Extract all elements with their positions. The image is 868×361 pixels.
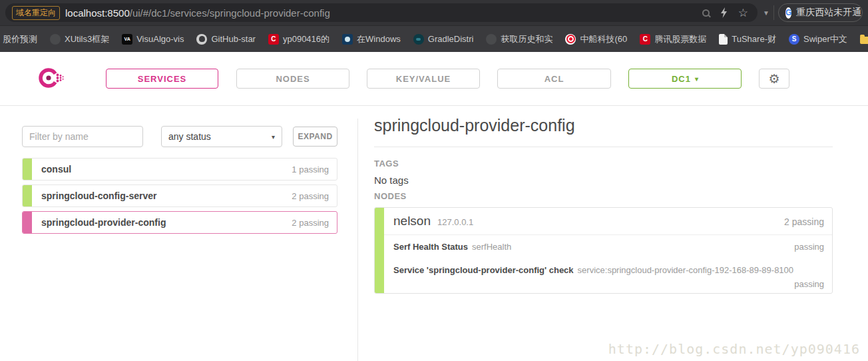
windows-app-icon <box>342 34 353 45</box>
node-card[interactable]: nelson 127.0.0.1 2 passing Serf Health S… <box>374 207 833 294</box>
service-detail: springcloud-provider-config TAGS No tags… <box>374 116 833 294</box>
gradle-icon <box>413 34 424 45</box>
tab-acl[interactable]: ACL <box>497 69 611 89</box>
swiper-icon: S <box>789 34 799 45</box>
page-title: springcloud-provider-config <box>374 116 833 135</box>
service-list: consul 1 passing springcloud-config-serv… <box>22 158 337 234</box>
filter-input[interactable] <box>22 126 143 147</box>
node-name: nelson <box>393 214 431 228</box>
service-item-springcloud-provider-config[interactable]: springcloud-provider-config 2 passing <box>22 211 337 234</box>
service-name: consul <box>41 164 71 175</box>
csdn-icon: C <box>268 34 279 45</box>
bookmark[interactable]: GradleDistri <box>413 34 474 45</box>
status-bar <box>23 212 32 233</box>
status-bar <box>23 185 32 206</box>
weibo-icon <box>565 34 576 45</box>
bookmark-label: VisuAlgo-vis <box>136 34 184 44</box>
url-host: localhost:8500 <box>65 7 130 19</box>
title-divider <box>374 147 833 147</box>
bookmark[interactable]: webpack <box>860 34 868 44</box>
node-status-bar <box>375 208 384 293</box>
datacenter-selector[interactable]: DC1▾ <box>628 69 742 89</box>
chevron-down-icon: ▾ <box>695 75 698 83</box>
check-name: Service 'springcloud-provider-config' ch… <box>393 265 574 275</box>
dropdown-icon[interactable]: ▼ <box>763 9 769 17</box>
check-id: serfHealth <box>472 242 511 252</box>
bookmark-label: Swiper中文 <box>803 33 847 45</box>
bookmark-label: yp090416的 <box>283 33 329 45</box>
datacenter-label: DC1 <box>672 74 691 84</box>
tags-value: No tags <box>374 175 833 186</box>
domain-redirect-badge[interactable]: 域名重定向 <box>12 6 60 20</box>
consul-logo-icon <box>37 64 65 95</box>
node-ip: 127.0.0.1 <box>437 217 473 227</box>
watermark: http://blog.csdn.net/yp090416 <box>608 341 860 357</box>
bookmark-label: GradleDistri <box>428 34 474 44</box>
chip-label: 重庆西站未开通 <box>796 7 861 19</box>
select-caret-icon: ▾ <box>272 133 275 141</box>
node-status: 2 passing <box>784 216 824 227</box>
bookmark-label: GitHub-star <box>211 34 255 44</box>
pin-icon <box>50 34 61 45</box>
browser-tab-chip[interactable]: G 重庆西站未开通 <box>778 3 863 22</box>
url-text[interactable]: localhost:8500/ui/#/dc1/services/springc… <box>65 7 697 19</box>
check-name: Serf Health Status <box>393 242 468 252</box>
bookmark[interactable]: 股价预测 <box>3 33 37 45</box>
service-item-consul[interactable]: consul 1 passing <box>22 158 337 180</box>
status-filter-select[interactable]: any status ▾ <box>161 126 282 147</box>
expand-button[interactable]: EXPAND <box>293 127 337 147</box>
bookmark[interactable]: C腾讯股票数据 <box>640 33 706 45</box>
bookmark[interactable]: Cyp090416的 <box>268 33 329 45</box>
bookmark-label: TuShare-财 <box>732 33 776 45</box>
bookmark[interactable]: XUtils3框架 <box>50 33 109 45</box>
service-check-count: 2 passing <box>292 218 329 228</box>
bookmark[interactable]: SSwiper中文 <box>789 33 847 45</box>
bookmark[interactable]: 中船科技(60 <box>565 33 627 45</box>
browser-toolbar: 域名重定向 localhost:8500/ui/#/dc1/services/s… <box>0 0 868 25</box>
bookmark-star-icon[interactable]: ☆ <box>738 7 748 19</box>
consul-app: SERVICES NODES KEY/VALUE ACL DC1▾ ⚙ any … <box>0 52 868 361</box>
services-sidebar: any status ▾ EXPAND consul 1 passing spr… <box>22 126 337 238</box>
status-bar <box>23 159 32 180</box>
service-item-springcloud-config-server[interactable]: springcloud-config-server 2 passing <box>22 184 337 207</box>
service-name: springcloud-config-server <box>41 190 156 201</box>
bookmark-label: 获取历史和实 <box>501 33 552 45</box>
header-divider <box>0 105 868 106</box>
folder-icon <box>860 37 868 44</box>
github-icon <box>196 34 207 45</box>
health-check-row: Serf Health Status serfHealth passing <box>375 235 832 258</box>
zoom-icon[interactable] <box>702 9 710 17</box>
nodes-section-label: NODES <box>374 191 833 201</box>
visualgo-icon: VA <box>122 34 132 45</box>
bookmark[interactable]: TuShare-财 <box>719 33 776 45</box>
bookmark[interactable]: 获取历史和实 <box>486 33 552 45</box>
tab-services[interactable]: SERVICES <box>106 69 218 89</box>
bookmark-label: 股价预测 <box>3 33 37 45</box>
bookmark-label: 在Windows <box>357 33 401 45</box>
tab-nodes[interactable]: NODES <box>236 69 349 89</box>
service-check-count: 2 passing <box>292 191 329 201</box>
node-header: nelson 127.0.0.1 2 passing <box>375 208 832 235</box>
tags-section-label: TAGS <box>374 159 833 169</box>
check-status: passing <box>794 242 824 252</box>
url-path: /ui/#/dc1/services/springcloud-provider-… <box>130 7 330 19</box>
csdn-icon: C <box>640 34 650 45</box>
bookmark[interactable]: VAVisuAlgo-vis <box>122 34 184 45</box>
document-icon <box>719 34 728 45</box>
bookmarks-bar: 股价预测 XUtils3框架 VAVisuAlgo-vis GitHub-sta… <box>0 25 868 52</box>
gear-icon: ⚙ <box>768 71 779 87</box>
bookmark-label: XUtils3框架 <box>65 33 109 45</box>
pane-divider <box>357 119 358 361</box>
check-id: service:springcloud-provider-config-192-… <box>578 265 793 275</box>
bookmark[interactable]: GitHub-star <box>196 34 255 45</box>
settings-button[interactable]: ⚙ <box>759 69 789 89</box>
toolbar-separator <box>773 5 774 20</box>
service-name: springcloud-provider-config <box>41 217 166 228</box>
google-icon: G <box>785 7 791 19</box>
check-status: passing <box>393 279 824 289</box>
tab-keyvalue[interactable]: KEY/VALUE <box>367 69 480 89</box>
address-bar[interactable]: 域名重定向 localhost:8500/ui/#/dc1/services/s… <box>5 3 758 22</box>
bookmark[interactable]: 在Windows <box>342 33 401 45</box>
lightning-icon[interactable] <box>720 7 728 18</box>
history-icon <box>486 34 497 45</box>
